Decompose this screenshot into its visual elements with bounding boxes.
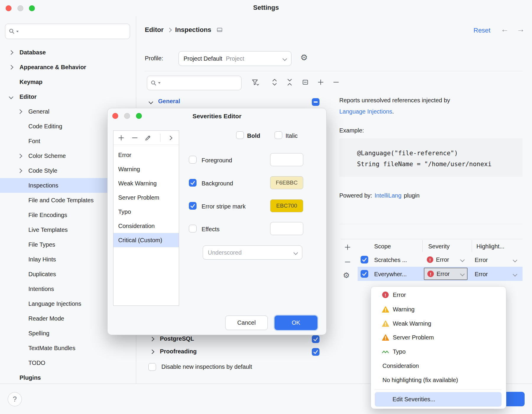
tree-group-general[interactable]: General [158,98,180,105]
chevron-right-icon[interactable] [18,154,22,159]
general-checkbox[interactable] [312,98,319,106]
back-arrow-icon[interactable]: ← [501,25,509,34]
ok-button[interactable]: OK [275,316,317,330]
severity-option-server-problem[interactable]: Server Problem [371,330,506,345]
effects-checkbox[interactable] [189,225,197,232]
severity-list-item-weak-warning[interactable]: Weak Warning [113,176,179,190]
dialog-icon[interactable] [217,27,223,33]
chevron-down-icon[interactable] [513,258,518,263]
highlight-cell[interactable]: Error [475,270,488,278]
effects-color-field[interactable] [270,222,303,235]
remove-severity-icon[interactable] [131,134,138,141]
severity-option-consideration[interactable]: Consideration [371,359,506,373]
sidebar-item-appearance-behavior[interactable]: Appearance & Behavior [0,60,136,75]
add-inspection-icon[interactable] [317,79,324,86]
tree-group-proofreading[interactable]: Proofreading [160,348,197,355]
chevron-down-icon[interactable] [149,100,153,104]
typo-icon [382,349,389,355]
remove-inspection-icon[interactable] [332,79,340,86]
foreground-checkbox[interactable] [189,156,197,164]
chevron-right-icon[interactable] [9,65,14,70]
bold-checkbox[interactable] [236,131,244,139]
background-color-field[interactable]: F6EBBC [270,176,303,189]
reset-link[interactable]: Reset [473,27,490,34]
severity-option-error[interactable]: ! Error [371,288,506,302]
column-header-scope[interactable]: Scope [374,242,391,250]
scope-cell[interactable]: Everywher... [374,270,407,278]
profile-gear-icon[interactable]: ⚙ [300,53,308,62]
chevron-right-icon[interactable] [18,109,22,114]
add-severity-icon[interactable] [118,134,125,141]
expand-all-icon[interactable] [271,79,278,86]
chevron-right-icon[interactable] [150,337,155,342]
error-stripe-color-field[interactable]: EBC700 [270,199,303,212]
sidebar-item-database[interactable]: Database [0,45,136,60]
edit-severity-icon[interactable] [145,135,151,141]
highlight-cell[interactable]: Error [475,256,488,264]
inspections-search-input[interactable] [147,76,241,90]
severity-list-item-error[interactable]: Error [113,148,179,162]
column-header-severity[interactable]: Severity [428,242,450,250]
edit-severities-menu-item[interactable]: Edit Severities... [375,392,502,407]
italic-checkbox[interactable] [275,131,282,139]
severity-option-weak-warning[interactable]: Weak Warning [371,316,506,331]
hide-resolved-icon[interactable] [302,79,309,86]
severity-list-item-typo[interactable]: Typo [113,205,179,219]
server-problem-icon [382,334,389,341]
sidebar-item-keymap[interactable]: Keymap [0,75,136,89]
severity-list-item-warning[interactable]: Warning [113,162,179,176]
toolbar-divider [160,134,160,142]
scope-row-checkbox[interactable] [361,256,368,263]
severity-cell-dropdown[interactable]: ! Error [424,254,467,266]
scope-settings-gear-icon[interactable]: ⚙ [343,271,350,280]
help-button[interactable]: ? [8,392,22,406]
error-icon: ! [427,271,434,277]
add-scope-icon[interactable] [344,244,351,251]
sidebar-item-textmate-bundles[interactable]: TextMate Bundles [0,341,136,355]
chevron-down-icon [283,56,287,61]
chevron-right-icon[interactable] [18,169,22,173]
postgresql-checkbox[interactable] [312,335,319,343]
sidebar-item-editor[interactable]: Editor [0,89,136,104]
language-injections-link[interactable]: Language Injections [339,108,392,115]
severity-option-typo[interactable]: Typo [371,345,506,359]
severity-list-item-consideration[interactable]: Consideration [113,219,179,233]
tree-group-postgresql[interactable]: PostgreSQL [160,335,194,342]
chevron-down-icon [460,257,465,262]
chevron-down-icon [460,271,465,276]
severity-option-warning[interactable]: Warning [371,302,506,316]
move-severity-right-icon[interactable] [168,136,173,140]
severity-list-item-server-problem[interactable]: Server Problem [113,190,179,205]
error-icon: ! [427,256,433,263]
breadcrumb-inspections[interactable]: Inspections [175,26,211,34]
severity-option-no-highlighting[interactable]: No highlighting (fix available) [371,373,506,387]
cancel-button[interactable]: Cancel [225,316,268,330]
error-stripe-checkbox[interactable] [189,202,197,210]
disable-new-inspections-checkbox[interactable] [148,363,156,371]
chevron-down-icon[interactable] [9,95,14,99]
profile-select[interactable]: Project Default Project [179,51,291,66]
sidebar-item-todo[interactable]: TODO [0,355,136,370]
scope-cell[interactable]: Scratches ... [374,256,407,264]
remove-scope-icon[interactable] [344,258,351,266]
column-header-highlight[interactable]: Highlight... [476,242,505,250]
search-icon [151,80,157,86]
chevron-right-icon[interactable] [9,50,14,55]
intellilang-link[interactable]: IntelliLang [374,192,401,199]
collapse-all-icon[interactable] [286,79,293,86]
chevron-right-icon[interactable] [150,350,155,354]
foreground-color-field[interactable] [270,153,303,166]
sidebar-search-input[interactable] [5,24,130,39]
settings-window: Settings Database Appearance & Behavior … [0,0,532,414]
background-checkbox[interactable] [189,179,197,187]
breadcrumb-editor[interactable]: Editor [145,26,164,34]
forward-arrow-icon[interactable]: → [517,25,525,34]
code-line: @Language("file-reference") [357,148,523,159]
scope-row-checkbox[interactable] [361,270,368,278]
effects-style-select[interactable]: Underscored [203,245,302,260]
sidebar-item-plugins[interactable]: Plugins [0,370,136,385]
severity-cell-dropdown-focused[interactable]: ! Error [424,268,468,280]
filter-icon[interactable] [252,79,259,86]
proofreading-checkbox[interactable] [312,348,319,356]
severity-list-item-critical-custom[interactable]: Critical (Custom) [113,233,179,247]
